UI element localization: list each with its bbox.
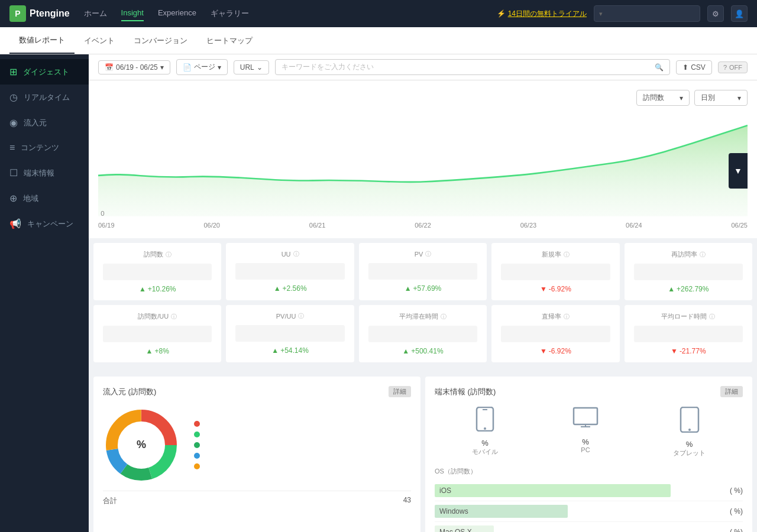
search-icon: 🔍 bbox=[655, 63, 664, 72]
metric-dropdown[interactable]: 訪問数 ▾ bbox=[636, 90, 690, 106]
device-tablet: % タブレット bbox=[673, 407, 706, 458]
legend-item-0 bbox=[194, 421, 205, 427]
chart-filter-button[interactable]: ▼ bbox=[729, 153, 748, 189]
sidebar-label-campaign: キャンペーン bbox=[27, 219, 73, 229]
tab-numeric-report[interactable]: 数値レポート bbox=[9, 27, 75, 54]
metric-bounce-label: 直帰率 ⓘ bbox=[501, 312, 610, 321]
desktop-icon bbox=[572, 407, 599, 435]
user-button[interactable]: 👤 bbox=[731, 5, 748, 22]
metric-pv: PV ⓘ ▲ +57.69% bbox=[359, 243, 487, 300]
metric-visits-bar bbox=[103, 264, 212, 280]
metric-avgload-bar bbox=[634, 326, 743, 342]
metric-bounce: 直帰率 ⓘ ▼ -6.92% bbox=[491, 305, 619, 362]
x-label-6: 06/25 bbox=[731, 222, 748, 229]
traffic-detail-button[interactable]: 詳細 bbox=[389, 386, 411, 397]
off-label: OFF bbox=[729, 64, 742, 71]
up-arrow-icon-pvpu: ▲ bbox=[271, 346, 279, 355]
os-bar-wrap-macos: Mac OS X bbox=[435, 525, 730, 532]
device-icon: ☐ bbox=[9, 167, 18, 179]
up-arrow-icon-avgtime: ▲ bbox=[402, 347, 409, 355]
sidebar-label-realtime: リアルタイム bbox=[24, 92, 70, 103]
info-icon-avgtime: ⓘ bbox=[441, 313, 447, 321]
info-icon-return: ⓘ bbox=[700, 251, 706, 259]
sidebar-item-campaign[interactable]: 📢 キャンペーン bbox=[0, 211, 89, 236]
info-icon-new-rate: ⓘ bbox=[564, 251, 570, 259]
metric-return-rate-label: 再訪問率 ⓘ bbox=[634, 250, 743, 259]
csv-button[interactable]: ⬆ CSV bbox=[676, 60, 712, 74]
nav-insight[interactable]: Insight bbox=[121, 6, 144, 21]
csv-label: CSV bbox=[691, 63, 706, 72]
sidebar-item-device[interactable]: ☐ 端末情報 bbox=[0, 160, 89, 186]
os-bar-windows: Windows bbox=[435, 505, 568, 518]
metric-return-change: ▲ +262.79% bbox=[634, 285, 743, 293]
tablet-label: タブレット bbox=[673, 449, 706, 458]
tablet-icon bbox=[673, 407, 706, 437]
metric-vpu-bar bbox=[103, 326, 212, 342]
filter-icon: ▼ bbox=[734, 166, 742, 176]
total-value: 43 bbox=[403, 496, 411, 506]
metric-chevron-icon: ▾ bbox=[680, 94, 683, 102]
legend-dot-1 bbox=[194, 432, 200, 437]
metric-new-rate-change: ▼ -6.92% bbox=[501, 285, 610, 293]
device-card-title: 端末情報 (訪問数) 詳細 bbox=[435, 386, 743, 397]
tab-heatmap[interactable]: ヒートマップ bbox=[197, 27, 262, 54]
totals-row: 合計 43 bbox=[103, 491, 411, 506]
sidebar-item-content[interactable]: ≡ コンテンツ bbox=[0, 135, 89, 160]
period-dropdown[interactable]: 日別 ▾ bbox=[694, 90, 748, 106]
device-icons: % モバイル % PC bbox=[435, 407, 743, 458]
info-icon-visits: ⓘ bbox=[166, 251, 172, 259]
nav-search-chevron: ▾ bbox=[599, 10, 603, 18]
logo-icon: P bbox=[9, 5, 26, 22]
page-filter-label: ページ bbox=[194, 62, 215, 72]
off-badge[interactable]: ? OFF bbox=[718, 61, 748, 73]
metric-uu-change: ▲ +2.56% bbox=[235, 284, 344, 293]
logo[interactable]: P Ptengine bbox=[9, 5, 70, 22]
x-label-0: 06/19 bbox=[98, 222, 115, 229]
info-icon-vpu: ⓘ bbox=[171, 313, 177, 321]
legend-item-2 bbox=[194, 442, 205, 448]
os-bar-wrap-windows: Windows bbox=[435, 505, 730, 518]
metric-visits-change: ▲ +10.26% bbox=[103, 285, 212, 293]
metric-pv-per-uu-label: PV/UU ⓘ bbox=[235, 312, 344, 320]
legend-item-3 bbox=[194, 453, 205, 459]
settings-button[interactable]: ⚙ bbox=[707, 5, 724, 22]
device-pc: % PC bbox=[572, 407, 599, 458]
metric-avg-time: 平均滞在時間 ⓘ ▲ +500.41% bbox=[359, 305, 487, 362]
metric-pv-label: PV ⓘ bbox=[368, 250, 477, 258]
gear-icon: ⚙ bbox=[712, 9, 719, 18]
sidebar-item-digest[interactable]: ⊞ ダイジェスト bbox=[0, 59, 89, 85]
nav-search-box[interactable]: ▾ bbox=[594, 5, 700, 22]
os-bar-wrap-ios: iOS bbox=[435, 484, 730, 497]
url-filter[interactable]: URL ⌄ bbox=[234, 60, 269, 74]
device-detail-button[interactable]: 詳細 bbox=[720, 386, 743, 397]
sidebar-label-region: 地域 bbox=[23, 193, 38, 204]
tab-events[interactable]: イベント bbox=[75, 27, 124, 54]
nav-home[interactable]: ホーム bbox=[84, 6, 107, 21]
tab-conversion[interactable]: コンバージョン bbox=[124, 27, 197, 54]
metric-new-rate-label: 新規率 ⓘ bbox=[501, 250, 610, 259]
metric-avg-load: 平均ロード時間 ⓘ ▼ -21.77% bbox=[625, 305, 752, 362]
metric-new-rate: 新規率 ⓘ ▼ -6.92% bbox=[491, 243, 619, 300]
nav-experience[interactable]: Experience bbox=[158, 6, 196, 21]
legend-dot-2 bbox=[194, 442, 200, 448]
trial-badge[interactable]: ⚡ 14日間の無料トライアル bbox=[497, 9, 587, 19]
page-filter-btn[interactable]: 📄 ページ ▾ bbox=[176, 59, 228, 75]
traffic-source-card: 流入元 (訪問数) 詳細 % bbox=[93, 377, 420, 532]
up-arrow-icon-vpu: ▲ bbox=[146, 347, 153, 355]
sidebar-item-realtime[interactable]: ◷ リアルタイム bbox=[0, 85, 89, 110]
nav-links: ホーム Insight Experience ギャラリー bbox=[84, 6, 497, 21]
traffic-card-title: 流入元 (訪問数) 詳細 bbox=[103, 386, 411, 397]
sidebar-item-traffic[interactable]: ◉ 流入元 bbox=[0, 110, 89, 135]
sidebar-item-region[interactable]: ⊕ 地域 bbox=[0, 186, 89, 211]
help-icon: ? bbox=[723, 64, 727, 71]
nav-right: ⚡ 14日間の無料トライアル ▾ ⚙ 👤 bbox=[497, 5, 748, 22]
chevron-down-icon: ▾ bbox=[160, 63, 164, 72]
svg-point-9 bbox=[484, 427, 486, 430]
nav-gallery[interactable]: ギャラリー bbox=[211, 6, 249, 21]
date-range-picker[interactable]: 📅 06/19 - 06/25 ▾ bbox=[98, 60, 170, 74]
x-label-5: 06/24 bbox=[626, 222, 642, 229]
svg-rect-13 bbox=[681, 407, 698, 432]
sub-navigation: 数値レポート イベント コンバージョン ヒートマップ bbox=[0, 27, 757, 54]
keyword-search-wrap[interactable]: キーワードをご入力ください 🔍 bbox=[275, 59, 670, 75]
metrics-section: 訪問数 ⓘ ▲ +10.26% UU ⓘ ▲ bbox=[89, 238, 757, 372]
